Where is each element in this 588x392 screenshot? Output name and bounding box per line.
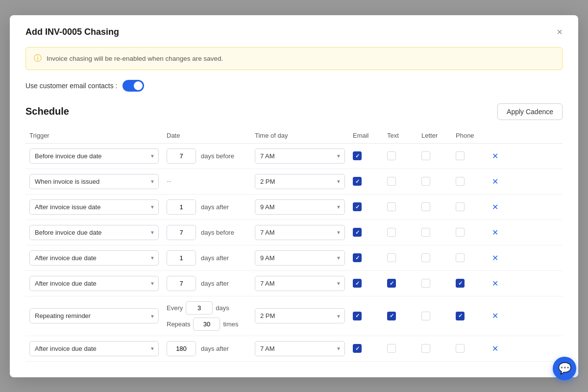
last-trigger-cell: Before invoice due dateWhen invoice is i… (25, 341, 163, 356)
time-select-5[interactable]: 7 AM9 AM10 AM11 AM12 PM1 PM2 PM3 PM4 PM5… (255, 276, 345, 291)
repeating-text-cell (383, 312, 417, 320)
trigger-select-4[interactable]: Before invoice due dateWhen invoice is i… (29, 250, 159, 266)
email-checkbox-1[interactable] (353, 177, 362, 186)
text-checkbox-5[interactable] (387, 279, 396, 288)
phone-checkbox-3[interactable] (456, 228, 465, 237)
text-checkbox-0[interactable] (387, 151, 396, 160)
delete-row-button[interactable]: ✕ (490, 200, 500, 214)
phone-checkbox-4[interactable] (456, 253, 465, 262)
trigger-select-0-wrapper: Before invoice due dateWhen invoice is i… (29, 148, 159, 164)
text-cell (383, 151, 417, 160)
repeating-phone-checkbox[interactable] (456, 312, 465, 320)
date-input[interactable] (167, 225, 196, 240)
table-row: Before invoice due dateWhen invoice is i… (25, 144, 563, 169)
date-input[interactable] (167, 250, 196, 266)
apply-cadence-button[interactable]: Apply Cadence (497, 103, 563, 120)
trigger-select-1-wrapper: Before invoice due dateWhen invoice is i… (29, 174, 159, 189)
delete-row-button[interactable]: ✕ (490, 149, 500, 163)
last-trigger-select[interactable]: Before invoice due dateWhen invoice is i… (29, 341, 159, 356)
phone-checkbox-0[interactable] (456, 151, 465, 160)
email-checkbox-0[interactable] (353, 151, 362, 160)
email-cell (349, 253, 383, 262)
date-cell: days before (163, 148, 251, 164)
time-select-4[interactable]: 7 AM9 AM10 AM11 AM12 PM1 PM2 PM3 PM4 PM5… (255, 250, 345, 266)
delete-row-button[interactable]: ✕ (490, 342, 500, 355)
text-checkbox-4[interactable] (387, 253, 396, 262)
repeating-trigger-select[interactable]: Before invoice due dateWhen invoice is i… (29, 308, 159, 323)
trigger-select-2[interactable]: Before invoice due dateWhen invoice is i… (29, 199, 159, 215)
last-text-checkbox[interactable] (387, 344, 396, 353)
letter-checkbox-5[interactable] (421, 279, 430, 288)
phone-checkbox-5[interactable] (456, 279, 465, 288)
time-select-4-wrapper: 7 AM9 AM10 AM11 AM12 PM1 PM2 PM3 PM4 PM5… (255, 250, 345, 266)
times-label: times (223, 320, 238, 328)
email-checkbox-3[interactable] (353, 228, 362, 237)
delete-row-button[interactable]: ✕ (490, 226, 500, 239)
letter-checkbox-1[interactable] (421, 177, 430, 186)
trigger-select-1[interactable]: Before invoice due dateWhen invoice is i… (29, 174, 159, 189)
time-select-3[interactable]: 7 AM9 AM10 AM11 AM12 PM1 PM2 PM3 PM4 PM5… (255, 225, 345, 240)
repeating-phone-cell (452, 312, 486, 320)
phone-checkbox-2[interactable] (456, 202, 465, 211)
time-cell: 7 AM9 AM10 AM11 AM12 PM1 PM2 PM3 PM4 PM5… (251, 276, 349, 291)
last-time-select[interactable]: 7 AM9 AM10 AM11 AM12 PM1 PM2 PM3 PM4 PM5… (255, 341, 345, 356)
trigger-select-5[interactable]: Before invoice due dateWhen invoice is i… (29, 276, 159, 291)
letter-checkbox-0[interactable] (421, 151, 430, 160)
letter-checkbox-2[interactable] (421, 202, 430, 211)
date-input[interactable] (167, 148, 196, 164)
email-checkbox-2[interactable] (353, 202, 362, 211)
last-phone-checkbox[interactable] (456, 344, 465, 353)
delete-row-button[interactable]: ✕ (490, 309, 500, 322)
text-header: Text (383, 132, 417, 139)
repeating-text-checkbox[interactable] (387, 312, 396, 320)
repeating-repeats-line: Repeatstimes (167, 318, 247, 331)
delete-row-button[interactable]: ✕ (490, 175, 500, 188)
letter-cell (417, 151, 452, 160)
table-header: Trigger Date Time of day Email Text Lett… (25, 128, 563, 144)
time-select-2[interactable]: 7 AM9 AM10 AM11 AM12 PM1 PM2 PM3 PM4 PM5… (255, 199, 345, 215)
last-date-cell: days after (163, 341, 251, 356)
trigger-select-3[interactable]: Before invoice due dateWhen invoice is i… (29, 225, 159, 240)
repeats-input[interactable] (193, 318, 220, 331)
toggle-label: Use customer email contacts : (25, 82, 118, 90)
schedule-title: Schedule (25, 106, 69, 117)
email-checkbox-4[interactable] (353, 253, 362, 262)
text-checkbox-2[interactable] (387, 202, 396, 211)
time-select-0[interactable]: 7 AM9 AM10 AM11 AM12 PM1 PM2 PM3 PM4 PM5… (255, 148, 345, 164)
text-checkbox-1[interactable] (387, 177, 396, 186)
info-icon: ⓘ (34, 53, 42, 64)
time-select-1[interactable]: 7 AM9 AM10 AM11 AM12 PM1 PM2 PM3 PM4 PM5… (255, 174, 345, 189)
trigger-select-0[interactable]: Before invoice due dateWhen invoice is i… (29, 148, 159, 164)
customer-email-toggle[interactable] (122, 80, 144, 92)
letter-checkbox-3[interactable] (421, 228, 430, 237)
date-dash: -- (167, 177, 171, 185)
last-letter-checkbox[interactable] (421, 344, 430, 353)
date-input[interactable] (167, 276, 196, 291)
delete-row-button[interactable]: ✕ (490, 251, 500, 265)
last-date-input[interactable] (167, 341, 196, 356)
delete-row-button[interactable]: ✕ (490, 277, 500, 290)
repeating-letter-checkbox[interactable] (421, 312, 430, 320)
table-row: Before invoice due dateWhen invoice is i… (25, 336, 563, 362)
last-email-checkbox[interactable] (353, 344, 362, 353)
repeating-email-checkbox[interactable] (353, 312, 362, 320)
text-cell (383, 177, 417, 186)
every-input[interactable] (186, 301, 213, 315)
table-row: Before invoice due dateWhen invoice is i… (25, 271, 563, 296)
repeating-time-select[interactable]: 7 AM9 AM10 AM11 AM12 PM1 PM2 PM3 PM4 PM5… (255, 308, 345, 323)
every-label: Every (167, 304, 183, 312)
text-cell (383, 202, 417, 211)
letter-checkbox-4[interactable] (421, 253, 430, 262)
phone-checkbox-1[interactable] (456, 177, 465, 186)
days-label: days (216, 304, 229, 312)
date-input[interactable] (167, 199, 196, 215)
chat-button[interactable]: 💬 (553, 357, 576, 380)
repeating-trigger-select-wrapper: Before invoice due dateWhen invoice is i… (29, 308, 159, 323)
time-select-0-wrapper: 7 AM9 AM10 AM11 AM12 PM1 PM2 PM3 PM4 PM5… (255, 148, 345, 164)
text-checkbox-3[interactable] (387, 228, 396, 237)
repeating-time-cell: 7 AM9 AM10 AM11 AM12 PM1 PM2 PM3 PM4 PM5… (251, 308, 349, 323)
close-button[interactable]: × (557, 27, 563, 37)
repeating-email-cell (349, 312, 383, 320)
last-time-cell: 7 AM9 AM10 AM11 AM12 PM1 PM2 PM3 PM4 PM5… (251, 341, 349, 356)
email-checkbox-5[interactable] (353, 279, 362, 288)
